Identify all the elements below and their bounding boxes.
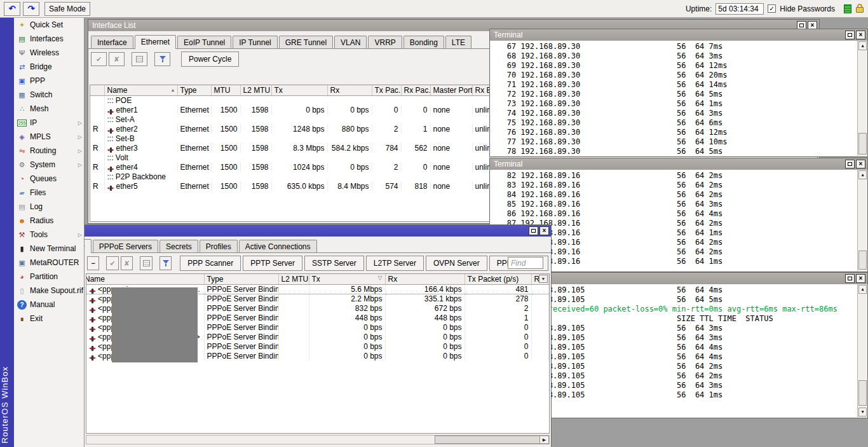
- scroll-up-icon[interactable]: ▲: [858, 285, 867, 294]
- maximize-icon[interactable]: [845, 274, 855, 283]
- terminal-titlebar[interactable]: Terminal ×: [490, 158, 867, 170]
- sidebar-item-radius[interactable]: ☻ Radius: [14, 214, 84, 228]
- name-column-header[interactable]: Name▲: [104, 85, 177, 95]
- redo-button[interactable]: ↷: [23, 2, 39, 16]
- tab-secrets[interactable]: Secrets: [159, 240, 198, 252]
- comment-button[interactable]: [132, 52, 147, 66]
- sidebar-item-partition[interactable]: ◕ Partition: [14, 270, 84, 284]
- sidebar-item-bridge[interactable]: ⇄ Bridge: [14, 60, 84, 74]
- tx-column-header[interactable]: Tx: [271, 85, 327, 95]
- sidebar-item-new-terminal[interactable]: ▮ New Terminal: [14, 242, 84, 256]
- tab-pppoe-servers[interactable]: PPPoE Servers: [93, 240, 158, 252]
- ovpn-server-button[interactable]: OVPN Server: [426, 256, 487, 271]
- tab-bonding[interactable]: Bonding: [403, 36, 444, 48]
- sidebar-item-routing[interactable]: ⇋ Routing ▷: [14, 144, 84, 158]
- ppp-scanner-button[interactable]: PPP Scanner: [180, 256, 241, 271]
- sidebar-item-mesh[interactable]: ∴ Mesh: [14, 102, 84, 116]
- type-column-header[interactable]: Type: [204, 274, 278, 284]
- close-icon[interactable]: ×: [856, 160, 865, 168]
- flag-column-header[interactable]: [90, 85, 104, 95]
- terminal-scrollbar[interactable]: ▲: [857, 41, 867, 156]
- tx-packet-column-header[interactable]: Tx Pac...: [372, 85, 401, 95]
- rx-column-header[interactable]: Rx: [385, 274, 465, 284]
- l2mtu-column-header[interactable]: L2 MTU: [240, 85, 271, 95]
- pptp-server-button[interactable]: PPTP Server: [243, 256, 302, 271]
- sidebar-item-mpls[interactable]: ◈ MPLS ▷: [14, 130, 84, 144]
- enable-button[interactable]: ✔: [91, 52, 107, 66]
- tab-interface[interactable]: Interface: [85, 239, 92, 253]
- sidebar-item-log[interactable]: ▤ Log: [14, 200, 84, 214]
- sidebar-item-files[interactable]: ▰ Files: [14, 186, 84, 200]
- sidebar-item-interfaces[interactable]: ▤ Interfaces: [14, 32, 84, 46]
- sidebar-item-queues[interactable]: ◔ Queues: [14, 172, 84, 186]
- tab-vlan[interactable]: VLAN: [334, 36, 367, 48]
- sstp-server-button[interactable]: SSTP Server: [304, 256, 364, 271]
- scroll-thumb[interactable]: [858, 251, 867, 270]
- rx-packet-column-header[interactable]: Rx Pac...: [401, 85, 430, 95]
- tab-ethernet[interactable]: Ethernet: [135, 35, 176, 49]
- power-cycle-button[interactable]: Power Cycle: [181, 52, 239, 67]
- disable-button[interactable]: ✘: [121, 256, 133, 270]
- rx-column-header[interactable]: Rx: [327, 85, 372, 95]
- sidebar-item-tools[interactable]: ⚒ Tools ▷: [14, 228, 84, 242]
- scroll-up-icon[interactable]: ▲: [858, 170, 867, 179]
- comment-button[interactable]: [140, 256, 152, 270]
- scroll-down-icon[interactable]: ▼: [858, 408, 867, 416]
- sidebar-item-ip[interactable]: 255 IP ▷: [14, 116, 84, 130]
- scroll-thumb[interactable]: [858, 133, 867, 155]
- sidebar-item-label: PPP: [30, 76, 45, 85]
- l2mtu-column-header[interactable]: L2 MTU: [278, 274, 309, 284]
- safe-mode-button[interactable]: Safe Mode: [44, 2, 90, 16]
- scroll-thumb[interactable]: [858, 380, 867, 406]
- tx-packet-column-header[interactable]: Tx Packet (p/s): [465, 274, 531, 284]
- type-column-header[interactable]: Type: [177, 85, 211, 95]
- hide-passwords-checkbox[interactable]: ✓: [768, 4, 776, 13]
- maximize-icon[interactable]: [845, 31, 855, 39]
- sidebar-item-system[interactable]: ⚙ System ▷: [14, 158, 84, 172]
- maximize-icon[interactable]: [845, 160, 855, 168]
- ppp-hscrollbar[interactable]: ▶: [86, 435, 550, 444]
- sidebar-item-manual[interactable]: ? Manual: [14, 298, 84, 312]
- sidebar-item-make-supout-rif[interactable]: ▯ Make Supout.rif: [14, 284, 84, 298]
- hscroll-thumb[interactable]: [435, 436, 543, 444]
- sidebar-item-wireless[interactable]: Ψ Wireless: [14, 46, 84, 60]
- maximize-icon[interactable]: [529, 226, 538, 235]
- l2tp-server-button[interactable]: L2TP Server: [366, 256, 424, 271]
- sidebar-item-exit[interactable]: ∎ Exit: [14, 312, 84, 326]
- tab-vrrp[interactable]: VRRP: [368, 36, 402, 48]
- close-icon[interactable]: ×: [856, 274, 865, 283]
- tab-profiles[interactable]: Profiles: [200, 240, 238, 252]
- disable-button[interactable]: ✘: [109, 52, 125, 66]
- sidebar-item-metarouter[interactable]: ▣ MetaROUTER: [14, 256, 84, 270]
- filter-button[interactable]: [154, 52, 170, 66]
- sidebar-item-ppp[interactable]: ▣ PPP: [14, 74, 84, 88]
- filter-button[interactable]: [159, 256, 172, 270]
- scroll-right-icon[interactable]: ▶: [539, 436, 549, 444]
- name-column-header[interactable]: Name: [86, 274, 204, 284]
- master-port-column-header[interactable]: Master Port: [430, 85, 472, 95]
- close-icon[interactable]: ×: [856, 31, 865, 39]
- mtu-column-header[interactable]: MTU: [211, 85, 240, 95]
- tab-active-connections[interactable]: Active Connections: [239, 240, 317, 252]
- ppp-titlebar[interactable]: ×: [85, 225, 551, 237]
- terminal-scrollbar[interactable]: ▲ ▼: [857, 284, 867, 417]
- tab-interface[interactable]: Interface: [91, 36, 133, 48]
- remove-button[interactable]: −: [87, 256, 99, 270]
- close-icon[interactable]: ×: [539, 226, 549, 235]
- tx-column-header[interactable]: Tx▽: [309, 274, 385, 284]
- terminal-titlebar[interactable]: Terminal ×: [490, 29, 867, 41]
- terminal-scrollbar[interactable]: ▲: [857, 170, 867, 271]
- enable-button[interactable]: ✔: [106, 256, 118, 270]
- scroll-up-icon[interactable]: ▲: [858, 41, 867, 50]
- tab-gre-tunnel[interactable]: GRE Tunnel: [279, 36, 333, 48]
- sidebar-item-quick-set[interactable]: ✦ Quick Set: [14, 18, 84, 32]
- rx2-column-header[interactable]: Rx▼: [531, 274, 549, 284]
- sidebar-item-switch[interactable]: ▦ Switch: [14, 88, 84, 102]
- dropdown-icon[interactable]: ▼: [539, 275, 548, 283]
- tab-ip-tunnel[interactable]: IP Tunnel: [233, 36, 277, 48]
- undo-button[interactable]: ↶: [4, 2, 20, 16]
- terminal-output[interactable]: 67 192.168.89.30 56 64 7ms 68 192.168.89…: [491, 41, 867, 156]
- find-input[interactable]: [508, 257, 543, 269]
- tab-eoip-tunnel[interactable]: EoIP Tunnel: [177, 36, 231, 48]
- tab-lte[interactable]: LTE: [445, 36, 471, 48]
